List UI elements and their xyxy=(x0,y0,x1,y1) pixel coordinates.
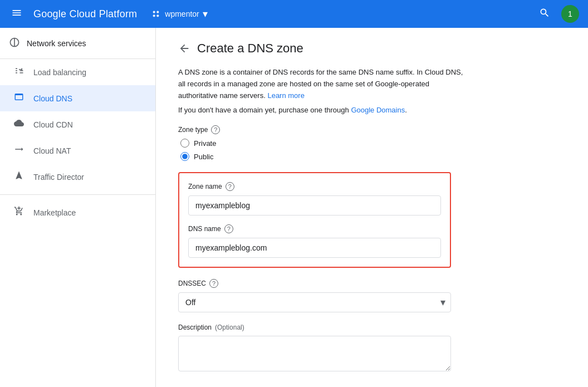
project-dropdown-icon: ▾ xyxy=(203,8,208,20)
zone-type-section: Zone type ? Private Public xyxy=(178,125,566,161)
sidebar-item-cloud-nat[interactable]: Cloud NAT xyxy=(0,138,155,164)
page-header: Create a DNS zone xyxy=(178,41,566,56)
cloud-dns-icon xyxy=(13,92,24,105)
zone-name-help-icon[interactable]: ? xyxy=(226,182,234,191)
hamburger-icon[interactable] xyxy=(9,5,24,23)
sidebar-item-label-cloud-nat: Cloud NAT xyxy=(33,146,71,155)
cloud-nat-icon xyxy=(13,144,24,157)
project-icon xyxy=(150,8,161,19)
topbar: Google Cloud Platform wpmentor ▾ 1 xyxy=(0,0,588,28)
dnssec-select-wrapper: Off On Transfer ▾ xyxy=(178,292,451,312)
zone-type-private-input[interactable] xyxy=(180,139,189,148)
dns-name-field: DNS name ? xyxy=(188,224,441,258)
sidebar-header-text: Network services xyxy=(27,39,86,48)
description-optional-input[interactable] xyxy=(178,336,451,371)
app-logo: Google Cloud Platform xyxy=(33,8,137,20)
sidebar: Network services Load balancing Cloud DN… xyxy=(0,28,156,387)
description-optional-section: Description (Optional) xyxy=(178,324,451,373)
page-title: Create a DNS zone xyxy=(197,41,303,56)
svg-point-1 xyxy=(157,11,159,13)
sidebar-item-label-marketplace: Marketplace xyxy=(33,208,76,217)
zone-type-public[interactable]: Public xyxy=(180,152,566,161)
zone-type-radio-group: Private Public xyxy=(180,139,566,161)
traffic-director-icon xyxy=(13,170,24,183)
project-name: wpmentor xyxy=(165,9,199,18)
sidebar-item-cloud-cdn[interactable]: Cloud CDN xyxy=(0,111,155,138)
dns-name-input[interactable] xyxy=(188,238,441,258)
cloud-cdn-icon xyxy=(13,118,24,131)
sidebar-item-label-traffic-director: Traffic Director xyxy=(33,173,84,182)
dns-name-label: DNS name ? xyxy=(188,224,441,233)
description-optional-label: Description (Optional) xyxy=(178,324,451,331)
sidebar-item-label-load-balancing: Load balancing xyxy=(33,68,86,77)
google-domains-link[interactable]: Google Domains xyxy=(351,106,405,114)
sub-description: If you don't have a domain yet, purchase… xyxy=(178,106,566,114)
dnssec-label: DNSSEC ? xyxy=(178,279,451,288)
zone-type-private[interactable]: Private xyxy=(180,139,566,148)
project-selector[interactable]: wpmentor ▾ xyxy=(150,8,207,20)
zone-name-field: Zone name ? xyxy=(188,182,441,215)
main-content: Create a DNS zone A DNS zone is a contai… xyxy=(156,28,588,387)
sidebar-item-traffic-director[interactable]: Traffic Director xyxy=(0,164,155,190)
zone-type-help-icon[interactable]: ? xyxy=(211,125,220,134)
zone-name-input[interactable] xyxy=(188,195,441,215)
search-icon[interactable] xyxy=(537,5,552,23)
zone-dns-section: Zone name ? DNS name ? xyxy=(178,172,451,268)
zone-name-label: Zone name ? xyxy=(188,182,441,191)
zone-type-label: Zone type ? xyxy=(178,125,566,134)
sidebar-divider xyxy=(0,194,155,195)
user-avatar[interactable]: 1 xyxy=(561,5,579,23)
sidebar-header: Network services xyxy=(0,28,155,59)
sidebar-wrapper: Network services Load balancing Cloud DN… xyxy=(0,28,156,387)
network-services-icon xyxy=(9,37,20,50)
marketplace-icon xyxy=(13,206,24,219)
description-optional-hint: (Optional) xyxy=(215,324,244,331)
svg-point-3 xyxy=(157,14,159,17)
dnssec-select[interactable]: Off On Transfer xyxy=(178,292,451,312)
sidebar-item-marketplace[interactable]: Marketplace xyxy=(0,199,155,226)
svg-point-2 xyxy=(153,14,155,17)
dnssec-section: DNSSEC ? Off On Transfer ▾ xyxy=(178,279,451,312)
page-description: A DNS zone is a container of DNS records… xyxy=(178,67,468,101)
main-layout: Network services Load balancing Cloud DN… xyxy=(0,28,588,387)
after-create-text: After creating your zone, you can add re… xyxy=(178,384,451,387)
sidebar-item-label-cloud-cdn: Cloud CDN xyxy=(33,120,73,129)
dns-name-help-icon[interactable]: ? xyxy=(224,224,233,233)
learn-more-link[interactable]: Learn more xyxy=(267,91,304,100)
sidebar-item-label-cloud-dns: Cloud DNS xyxy=(33,94,72,103)
sidebar-item-cloud-dns[interactable]: Cloud DNS xyxy=(0,85,155,111)
sidebar-item-load-balancing[interactable]: Load balancing xyxy=(0,59,155,85)
svg-point-0 xyxy=(153,11,155,13)
dnssec-help-icon[interactable]: ? xyxy=(209,279,218,288)
back-button[interactable] xyxy=(178,42,190,55)
load-balancing-icon xyxy=(13,66,24,79)
zone-type-public-input[interactable] xyxy=(180,152,189,161)
